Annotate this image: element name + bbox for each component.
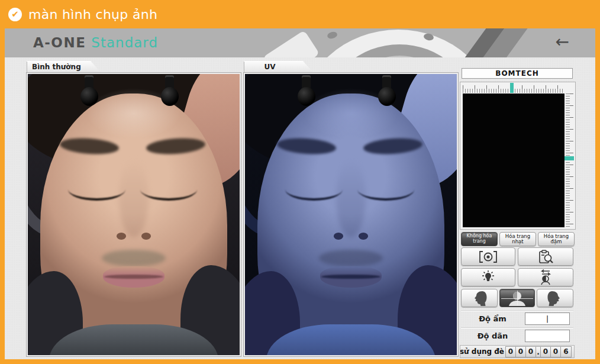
- divider: [461, 310, 573, 311]
- tab-normal[interactable]: Bình thường: [27, 61, 101, 73]
- machine-wedge: [263, 30, 320, 57]
- app-body: Bình thường: [5, 57, 595, 359]
- camera-preview: [463, 94, 564, 227]
- compare-faces-icon: [535, 269, 556, 285]
- crosshair-vertical: [517, 291, 518, 305]
- app-logo: A-ONEStandard: [33, 35, 158, 50]
- camera-preview-panel: [460, 82, 576, 230]
- uv-photo: [245, 74, 457, 355]
- control-sidebar: BOMTECH Không hóa trang Hóa trang nhạt H…: [460, 68, 576, 359]
- logo-secondary: Standard: [91, 35, 158, 50]
- left-nostril: [117, 233, 126, 239]
- capture-button[interactable]: [461, 247, 515, 266]
- page-title: màn hình chụp ảnh: [28, 7, 157, 22]
- left-eye-closed: [285, 178, 343, 201]
- lamp-icon: [478, 270, 498, 285]
- humidity-label: Độ ẩm: [464, 313, 521, 325]
- elasticity-label: Độ dãn: [464, 330, 521, 342]
- usage-digit: 0: [541, 347, 551, 357]
- divider: [461, 327, 573, 328]
- machine-screw-hole: [327, 31, 338, 40]
- right-eye-closed: [357, 178, 415, 201]
- camera-icon: [477, 250, 499, 264]
- makeup-none-button[interactable]: Không hóa trang: [461, 232, 498, 246]
- logo-primary: A-ONE: [33, 35, 86, 50]
- title-bar: ✔ màn hình chụp ảnh: [0, 0, 600, 28]
- usage-digit: 6: [561, 347, 571, 357]
- capture-screen: ✔ màn hình chụp ảnh A-ONEStandard ← Bình…: [0, 0, 600, 364]
- sensor-probe-left: [79, 75, 100, 108]
- usage-counter: ng sử dụng đè 0 0 0 . 0 0 6: [460, 345, 575, 358]
- sensor-probe-left: [296, 75, 317, 108]
- usage-digit: 0: [551, 347, 561, 357]
- vertical-ruler-marker[interactable]: [564, 156, 574, 160]
- humidity-input[interactable]: [525, 313, 570, 325]
- vertical-ruler: [566, 94, 574, 227]
- usage-counter-digits: 0 0 0 . 0 0 6: [505, 346, 572, 357]
- tab-uv[interactable]: UV: [244, 61, 314, 73]
- normal-photo-frame: [26, 72, 241, 357]
- sensor-probe-right: [159, 75, 180, 108]
- uv-photo-panel: UV: [243, 61, 460, 357]
- right-nostril: [141, 233, 151, 239]
- right-eye-closed: [140, 178, 198, 201]
- stubble: [102, 250, 165, 267]
- makeup-heavy-button[interactable]: Hóa trang đậm: [538, 232, 575, 246]
- face-left-profile-button[interactable]: [461, 289, 498, 307]
- makeup-mode-tabs: Không hóa trang Hóa trang nhạt Hóa trang…: [461, 232, 575, 246]
- sensor-probe-right: [376, 75, 398, 108]
- nose-shading: [336, 159, 366, 237]
- makeup-light-button[interactable]: Hóa trang nhạt: [499, 232, 536, 246]
- head-left-profile-icon: [466, 290, 492, 306]
- nose-shading: [119, 159, 149, 237]
- usage-digit-separator: .: [536, 347, 541, 357]
- normal-photo-panel: Bình thường: [26, 61, 243, 357]
- face-right-profile-button[interactable]: [537, 289, 573, 307]
- normal-photo: [28, 74, 240, 355]
- usage-digit: 0: [526, 347, 536, 357]
- check-circle-icon: ✔: [8, 8, 22, 21]
- uv-photo-frame: [243, 72, 459, 357]
- app-header: A-ONEStandard ←: [5, 28, 595, 57]
- elasticity-input[interactable]: [525, 330, 570, 342]
- compare-button[interactable]: [518, 268, 573, 286]
- app-window: A-ONEStandard ← Bình thường: [5, 28, 595, 359]
- stubble: [319, 250, 382, 267]
- head-right-profile-icon: [542, 290, 568, 306]
- face-front-button[interactable]: [499, 289, 535, 307]
- usage-counter-label: ng sử dụng đè: [460, 347, 504, 356]
- back-arrow-button[interactable]: ←: [556, 32, 569, 52]
- horizontal-ruler-marker[interactable]: [510, 83, 514, 93]
- lamp-button[interactable]: [461, 268, 515, 286]
- clipboard-magnifier-icon: [535, 249, 556, 265]
- usage-counter-label-wrap: ng sử dụng đè: [460, 347, 504, 356]
- left-eye-closed: [68, 178, 125, 201]
- usage-digit: 0: [506, 347, 516, 357]
- usage-digit: 0: [516, 347, 526, 357]
- report-button[interactable]: [518, 247, 573, 266]
- brand-label: BOMTECH: [462, 68, 573, 79]
- left-nostril: [334, 233, 343, 239]
- right-nostril: [359, 233, 368, 239]
